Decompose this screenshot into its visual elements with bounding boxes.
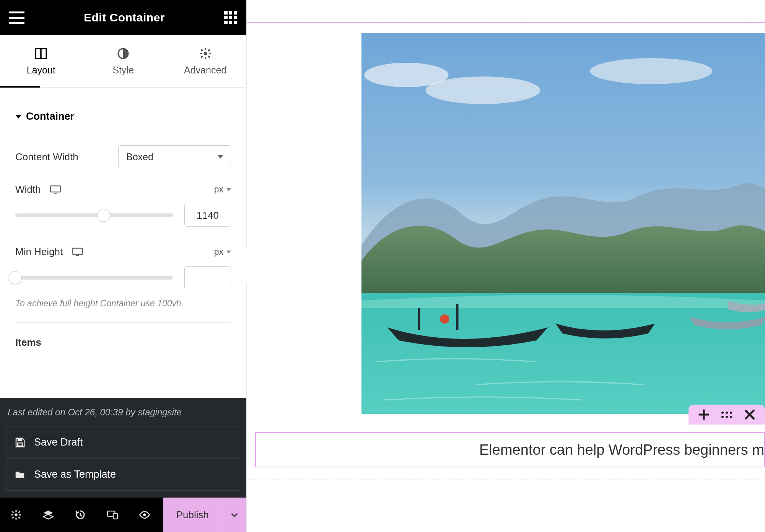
heading-widget[interactable]: Elementor Tutorial Exa — [247, 0, 765, 23]
svg-rect-37 — [418, 308, 420, 330]
svg-rect-4 — [205, 48, 206, 50]
save-template-button[interactable]: Save as Template — [6, 459, 240, 491]
svg-rect-19 — [15, 510, 16, 512]
width-unit-picker[interactable]: px — [214, 184, 231, 195]
control-content-width: Content Width Boxed — [15, 145, 231, 168]
tab-advanced[interactable]: Advanced — [164, 35, 246, 87]
svg-rect-13 — [54, 193, 57, 194]
editor-sidebar: Edit Container Layout Style Advanced Con… — [0, 0, 247, 532]
width-slider-thumb[interactable] — [97, 209, 110, 222]
control-width-slider-row — [15, 204, 231, 227]
text-widget[interactable]: Elementor can help WordPress beginners m… — [255, 432, 765, 467]
desktop-responsive-icon[interactable] — [72, 247, 83, 257]
min-height-unit: px — [214, 247, 223, 257]
save-template-label: Save as Template — [34, 469, 116, 480]
desktop-responsive-icon[interactable] — [50, 185, 61, 194]
svg-rect-6 — [200, 53, 202, 54]
folder-icon — [14, 469, 26, 480]
save-draft-button[interactable]: Save Draft — [6, 426, 240, 459]
min-height-label: Min Height — [15, 246, 83, 258]
section-title: Container — [26, 111, 74, 122]
width-label: Width — [15, 184, 61, 195]
svg-rect-12 — [50, 186, 60, 192]
min-height-slider-thumb[interactable] — [9, 271, 22, 284]
paragraph-text: Elementor can help WordPress beginners m… — [479, 442, 765, 458]
chevron-down-icon — [226, 251, 231, 254]
svg-rect-24 — [18, 516, 20, 519]
contrast-icon — [117, 47, 130, 60]
svg-point-3 — [203, 52, 207, 55]
navigator-button[interactable] — [32, 498, 64, 532]
svg-rect-14 — [73, 248, 83, 254]
page-settings-button[interactable] — [0, 498, 32, 532]
tab-style[interactable]: Style — [82, 35, 164, 87]
save-options-popover: Last edited on Oct 26, 00:39 by stagings… — [0, 398, 246, 498]
svg-rect-7 — [209, 53, 211, 54]
eye-icon — [139, 509, 150, 521]
section-container-toggle[interactable]: Container — [15, 111, 231, 122]
caret-down-icon — [15, 115, 21, 119]
svg-rect-21 — [11, 514, 13, 515]
history-icon — [75, 509, 86, 521]
layers-icon — [42, 509, 54, 521]
editor-canvas[interactable]: Elementor Tutorial Exa — [247, 0, 765, 532]
add-element-button[interactable] — [696, 407, 711, 422]
svg-rect-8 — [200, 49, 203, 52]
chevron-down-icon — [218, 155, 223, 159]
save-draft-label: Save Draft — [34, 436, 83, 448]
control-width-header: Width px — [15, 184, 231, 195]
delete-element-button[interactable] — [742, 407, 757, 422]
svg-point-35 — [590, 58, 713, 84]
svg-rect-36 — [361, 293, 765, 414]
svg-rect-9 — [208, 55, 210, 58]
plus-icon — [696, 407, 711, 422]
editor-tabs: Layout Style Advanced — [0, 35, 246, 88]
hamburger-menu-icon[interactable] — [9, 11, 24, 24]
last-edited-text: Last edited on Oct 26, 00:39 by stagings… — [8, 407, 240, 418]
svg-point-34 — [426, 76, 540, 104]
drag-handle[interactable] — [719, 407, 734, 422]
devices-icon — [107, 509, 118, 521]
history-button[interactable] — [64, 498, 96, 532]
drag-dots-icon — [721, 412, 732, 418]
svg-rect-25 — [18, 511, 20, 513]
width-input[interactable] — [184, 204, 231, 227]
landscape-image — [361, 33, 765, 414]
content-width-value: Boxed — [126, 151, 153, 163]
responsive-mode-button[interactable] — [96, 498, 129, 532]
svg-rect-30 — [113, 514, 117, 519]
svg-rect-5 — [205, 57, 206, 59]
gear-icon — [199, 47, 212, 60]
publish-button[interactable]: Publish — [163, 509, 222, 521]
publish-options-toggle[interactable] — [222, 498, 246, 532]
preview-button[interactable] — [129, 498, 161, 532]
save-icon — [14, 437, 26, 448]
content-width-label: Content Width — [15, 151, 78, 163]
min-height-input[interactable] — [184, 266, 231, 289]
min-height-hint: To achieve full height Container use 100… — [15, 298, 231, 309]
chevron-down-icon — [226, 188, 231, 191]
tab-advanced-label: Advanced — [184, 65, 226, 76]
svg-rect-20 — [15, 518, 16, 520]
content-width-select[interactable]: Boxed — [118, 145, 231, 168]
control-min-height-header: Min Height px — [15, 246, 231, 258]
width-slider[interactable] — [15, 213, 173, 217]
widgets-grid-icon[interactable] — [224, 11, 237, 24]
control-min-height-slider-row — [15, 266, 231, 289]
min-height-slider[interactable] — [15, 276, 173, 280]
sidebar-footer: Publish — [0, 498, 246, 532]
svg-point-18 — [15, 513, 18, 516]
svg-rect-17 — [18, 443, 23, 446]
svg-rect-23 — [12, 511, 14, 513]
image-widget[interactable] — [361, 33, 765, 414]
svg-point-31 — [143, 513, 146, 516]
svg-point-39 — [440, 314, 449, 324]
svg-rect-38 — [456, 304, 459, 330]
publish-button-group: Publish — [163, 498, 246, 532]
svg-rect-15 — [76, 255, 79, 256]
min-height-unit-picker[interactable]: px — [214, 247, 231, 257]
tab-layout[interactable]: Layout — [0, 35, 82, 87]
panel-title: Edit Container — [84, 11, 165, 24]
element-edit-handle — [688, 405, 765, 425]
svg-rect-16 — [18, 438, 22, 441]
